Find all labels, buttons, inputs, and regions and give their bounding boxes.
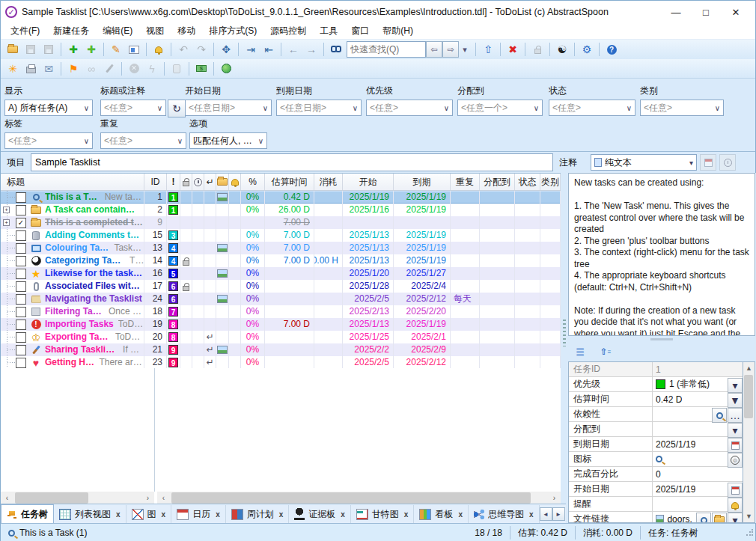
close-tab-icon[interactable]: x bbox=[529, 510, 534, 519]
cancel-button[interactable]: ✕ bbox=[126, 61, 142, 77]
tab-evidence-board[interactable]: 证据板x bbox=[289, 505, 351, 523]
column-header-time[interactable] bbox=[192, 174, 204, 190]
options-filter-select[interactable]: 匹配任何人, …∨ bbox=[189, 132, 267, 149]
menu-item-3[interactable]: 编辑(E) bbox=[96, 23, 139, 39]
attribute-value[interactable] bbox=[653, 407, 711, 421]
smiley-button[interactable]: ☺ bbox=[728, 453, 743, 468]
scroll-right-icon[interactable]: › bbox=[548, 492, 561, 504]
task-checkbox[interactable] bbox=[16, 205, 26, 216]
tab-chart[interactable]: 图x bbox=[126, 505, 172, 523]
attribute-value[interactable]: 0.42 D bbox=[653, 392, 727, 406]
edit-title-button[interactable]: ✎ bbox=[108, 41, 124, 58]
sort-attributes-button[interactable]: ⇧≡ bbox=[597, 343, 614, 360]
scroll-left-icon[interactable]: ‹ bbox=[1, 492, 13, 504]
open-tasklist-button[interactable] bbox=[4, 41, 21, 58]
task-card-button[interactable] bbox=[126, 41, 142, 58]
menu-item-7[interactable]: 源码控制 bbox=[263, 23, 313, 39]
start-date-filter-select[interactable]: <任意日期>∨ bbox=[185, 100, 272, 116]
attribute-value[interactable]: doors.jp bbox=[653, 512, 695, 523]
column-header-priority[interactable]: ! bbox=[167, 174, 180, 190]
scroll-right-icon[interactable]: › bbox=[141, 492, 154, 504]
task-checkbox[interactable] bbox=[16, 320, 26, 330]
column-header-col10[interactable]: 消耗 bbox=[314, 174, 343, 190]
quick-find-input[interactable] bbox=[347, 41, 426, 58]
save-button[interactable] bbox=[22, 41, 39, 58]
chevron-button[interactable]: ▾ bbox=[728, 513, 743, 523]
tab-calendar[interactable]: 日历x bbox=[171, 505, 226, 523]
expand-icon[interactable]: + bbox=[3, 219, 10, 226]
column-header-col12[interactable]: 到期 bbox=[394, 174, 451, 190]
task-checkbox[interactable] bbox=[16, 269, 26, 279]
comments-format-select[interactable]: 纯文本 ▾ bbox=[591, 154, 697, 171]
task-row[interactable]: Filtering TasksOnce y…1870%2025/2/132025… bbox=[1, 305, 561, 318]
task-checkbox[interactable] bbox=[16, 345, 26, 355]
cleanup-button[interactable] bbox=[101, 61, 118, 77]
column-header-col11[interactable]: 开始 bbox=[343, 174, 394, 190]
tree-hscrollbar[interactable]: ‹ › bbox=[1, 492, 154, 504]
find-dropdown-button[interactable]: ▾ bbox=[459, 42, 471, 57]
task-checkbox[interactable] bbox=[16, 192, 26, 203]
tab-week-planner[interactable]: 周计划x bbox=[226, 505, 290, 523]
task-checkbox[interactable] bbox=[16, 256, 26, 266]
chevron-button[interactable]: ▾ bbox=[728, 378, 743, 393]
set-reminder-button[interactable] bbox=[150, 41, 167, 58]
close-tab-icon[interactable]: x bbox=[162, 510, 166, 519]
column-header-col14[interactable]: 分配到 bbox=[480, 174, 515, 190]
menu-item-10[interactable]: 帮助(H) bbox=[376, 23, 420, 39]
task-row[interactable]: This is a TaskNew tas…110%0.42 D2025/1/1… bbox=[1, 191, 561, 204]
maximize-view-button[interactable]: ✥ bbox=[218, 41, 234, 58]
column-header-col8[interactable]: % bbox=[241, 174, 265, 190]
tab-list-view[interactable]: 列表视图x bbox=[54, 505, 126, 523]
task-checkbox[interactable] bbox=[16, 332, 26, 343]
web-update-button[interactable] bbox=[218, 61, 234, 77]
column-header-col9[interactable]: 估算时间 bbox=[265, 174, 314, 190]
menu-item-1[interactable]: 文件(F) bbox=[4, 23, 46, 39]
maximize-button[interactable]: □ bbox=[691, 7, 721, 18]
menu-item-9[interactable]: 窗口 bbox=[344, 23, 376, 39]
task-row[interactable]: ♔Exporting TasksToDo…208↵0%2025/1/252025… bbox=[1, 331, 561, 343]
task-row[interactable]: !Importing TasksToD…1980%7.00 D2025/1/13… bbox=[1, 318, 561, 331]
column-header-col15[interactable]: 状态 bbox=[515, 174, 540, 190]
back-button[interactable]: ← bbox=[285, 41, 302, 58]
donate-button[interactable]: $ bbox=[193, 61, 210, 77]
folder-button[interactable] bbox=[712, 513, 727, 523]
magnifier-button[interactable] bbox=[696, 513, 711, 523]
menu-item-5[interactable]: 移动 bbox=[171, 23, 202, 39]
attribute-value[interactable]: 2025/1/19 bbox=[653, 482, 727, 496]
panel-splitter[interactable] bbox=[561, 173, 568, 504]
column-header-lock[interactable] bbox=[180, 174, 192, 190]
close-tab-icon[interactable]: x bbox=[404, 510, 409, 519]
column-header-col0[interactable]: 标题 bbox=[1, 174, 144, 190]
title-filter-refresh-button[interactable]: ↻ bbox=[168, 100, 186, 117]
comments-editor[interactable]: New tasks can be created using: 1. The '… bbox=[568, 173, 755, 336]
close-tab-icon[interactable]: x bbox=[341, 510, 345, 519]
tab-task-tree[interactable]: 任务树 bbox=[1, 504, 54, 523]
title-filter-select[interactable]: <任意>∨ bbox=[100, 100, 166, 116]
task-row[interactable]: Colouring TasksTasks…1340%7.00 D2025/1/1… bbox=[1, 242, 561, 254]
find-previous-button[interactable]: ⇦ bbox=[426, 41, 442, 58]
tag-filter-select[interactable]: <任意>∨ bbox=[4, 132, 93, 149]
menu-item-6[interactable]: 排序方式(S) bbox=[202, 23, 263, 39]
tabs-scroll-right-icon[interactable]: ► bbox=[552, 507, 565, 521]
close-tab-icon[interactable]: x bbox=[279, 510, 284, 519]
task-checkbox[interactable] bbox=[16, 358, 26, 368]
quick-action-button[interactable]: ϟ bbox=[144, 61, 160, 77]
task-checkbox[interactable] bbox=[16, 281, 26, 292]
recurrence-filter-select[interactable]: <任意>∨ bbox=[100, 132, 186, 149]
new-tasklist-button[interactable]: ✳ bbox=[4, 61, 21, 77]
task-row[interactable]: Navigating the Tasklist2460%2025/2/52025… bbox=[1, 293, 561, 305]
tab-kanban[interactable]: 看板x bbox=[414, 505, 469, 523]
column-header-col1[interactable]: ID bbox=[144, 174, 167, 190]
tab-gantt[interactable]: 甘特图x bbox=[351, 505, 415, 523]
priority-filter-select[interactable]: <任意>∨ bbox=[366, 100, 453, 116]
attribute-value[interactable]: 2025/1/19 bbox=[653, 437, 727, 451]
comments-clock-button[interactable] bbox=[719, 154, 736, 171]
task-checkbox[interactable] bbox=[16, 294, 26, 305]
goto-next-task-button[interactable]: ⇥ bbox=[243, 41, 259, 58]
delete-task-button[interactable]: ✖ bbox=[504, 41, 521, 58]
task-checkbox[interactable] bbox=[16, 307, 26, 317]
bell-button[interactable] bbox=[728, 498, 743, 513]
attribute-value[interactable]: 1 (非常低) bbox=[653, 377, 727, 391]
script-button[interactable] bbox=[168, 61, 185, 77]
task-row[interactable]: +A Task can contain…210%26.00 D2025/1/16… bbox=[1, 204, 561, 216]
